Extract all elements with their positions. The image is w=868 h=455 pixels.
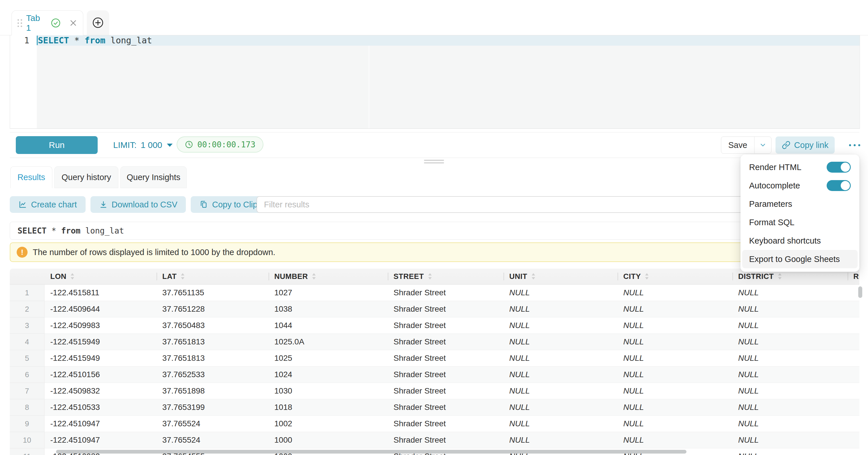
sort-icon[interactable] xyxy=(778,273,782,280)
table-row: 7-122.450983237.76518981030Shrader Stree… xyxy=(10,383,859,399)
table-header-lon[interactable]: LON xyxy=(44,269,157,284)
sort-icon[interactable] xyxy=(181,273,185,280)
download-csv-label: Download to CSV xyxy=(112,200,178,209)
sort-icon[interactable] xyxy=(531,273,535,280)
table-cell: Shrader Street xyxy=(388,301,503,317)
table-cell: NULL xyxy=(503,383,618,399)
line-number: 1 xyxy=(10,35,37,46)
sort-icon[interactable] xyxy=(645,273,649,280)
sql-editor[interactable]: 1 SELECT * from long_lat xyxy=(10,35,860,129)
column-divider xyxy=(503,273,504,280)
create-chart-button[interactable]: Create chart xyxy=(10,196,86,213)
more-options-button[interactable] xyxy=(842,136,867,154)
table-header-street[interactable]: STREET xyxy=(388,269,503,284)
vertical-scrollbar-thumb[interactable] xyxy=(858,286,862,298)
menu-item-parameters[interactable]: Parameters xyxy=(741,195,859,213)
tab-tab1[interactable]: Tab 1 xyxy=(11,10,83,35)
results-tab-results[interactable]: Results xyxy=(10,166,52,188)
table-row: 9-122.451094737.7655241002Shrader Street… xyxy=(10,416,859,432)
column-divider xyxy=(269,273,269,280)
pane-splitter-handle[interactable] xyxy=(424,160,444,165)
close-tab-icon[interactable] xyxy=(69,19,77,27)
save-options-button[interactable] xyxy=(754,137,771,153)
column-divider xyxy=(847,273,848,280)
limit-dropdown[interactable]: LIMIT: 1 000 xyxy=(113,132,173,158)
table-row: 3-122.450998337.76504831044Shrader Stree… xyxy=(10,317,859,334)
table-header-unit[interactable]: UNIT xyxy=(503,269,618,284)
executed-query-preview: SELECT * from long_lat xyxy=(10,222,859,240)
table-cell xyxy=(847,383,859,399)
table-cell: Shrader Street xyxy=(388,334,503,350)
sql-code-line: SELECT * from long_lat xyxy=(37,35,152,46)
sort-icon[interactable] xyxy=(70,273,74,280)
table-cell xyxy=(847,367,859,383)
table-header-city[interactable]: CITY xyxy=(618,269,733,284)
caret-down-icon xyxy=(166,143,173,147)
sort-icon[interactable] xyxy=(428,273,432,280)
table-cell: NULL xyxy=(618,317,733,334)
table-cell: Shrader Street xyxy=(388,285,503,301)
copy-link-button[interactable]: Copy link xyxy=(776,136,835,154)
table-cell: Shrader Street xyxy=(388,350,503,367)
table-cell: NULL xyxy=(733,432,847,448)
table-cell: NULL xyxy=(733,301,847,317)
results-tab-query-insights[interactable]: Query Insights xyxy=(120,166,187,188)
table-cell: NULL xyxy=(618,399,733,416)
table-cell: Shrader Street xyxy=(388,317,503,334)
table-cell: 37.7651898 xyxy=(157,383,269,399)
link-icon xyxy=(782,141,790,149)
plus-circle-icon xyxy=(92,17,104,29)
table-cell xyxy=(847,432,859,448)
table-cell: 37.765524 xyxy=(157,416,269,432)
row-number: 11 xyxy=(10,448,44,455)
run-button[interactable]: Run xyxy=(16,136,98,154)
sort-icon[interactable] xyxy=(312,273,316,280)
table-cell: Shrader Street xyxy=(388,416,503,432)
table-cell: NULL xyxy=(733,416,847,432)
row-number: 10 xyxy=(10,432,44,448)
row-number: 2 xyxy=(10,301,44,317)
table-row: 2-122.450964437.76512281038Shrader Stree… xyxy=(10,301,859,317)
horizontal-scrollbar-thumb[interactable] xyxy=(56,450,686,454)
sql-keyword: SELECT xyxy=(18,226,46,236)
toggle-switch-on[interactable] xyxy=(827,162,851,173)
create-chart-label: Create chart xyxy=(31,200,77,209)
elapsed-timer: 00:00:00.173 xyxy=(177,136,264,153)
table-row: 10-122.451094737.7655241000Shrader Stree… xyxy=(10,432,859,448)
sql-text: long_lat xyxy=(105,35,152,46)
menu-item-render-html[interactable]: Render HTML xyxy=(741,158,859,176)
toggle-switch-on[interactable] xyxy=(827,180,851,191)
row-number: 8 xyxy=(10,399,44,416)
table-cell: 37.7650483 xyxy=(157,317,269,334)
menu-item-format-sql[interactable]: Format SQL xyxy=(741,213,859,232)
query-toolbar: Run LIMIT: 1 000 00:00:00.173 Save Copy … xyxy=(10,132,859,158)
add-tab-button[interactable] xyxy=(87,10,109,35)
table-header-lat[interactable]: LAT xyxy=(157,269,269,284)
table-cell: NULL xyxy=(503,350,618,367)
table-body: 1-122.451581137.76511351027Shrader Stree… xyxy=(10,285,859,455)
table-header-number[interactable]: NUMBER xyxy=(269,269,388,284)
drag-handle-icon[interactable] xyxy=(18,19,22,27)
menu-item-autocomplete[interactable]: Autocomplete xyxy=(741,176,859,195)
table-cell: NULL xyxy=(618,416,733,432)
table-cell: -122.4510156 xyxy=(44,367,157,383)
table-cell: 1002 xyxy=(269,416,388,432)
menu-item-keyboard-shortcuts[interactable]: Keyboard shortcuts xyxy=(741,232,859,250)
table-cell: NULL xyxy=(733,399,847,416)
column-label: STREET xyxy=(394,272,424,281)
table-cell: NULL xyxy=(503,317,618,334)
table-cell: NULL xyxy=(503,416,618,432)
table-cell xyxy=(847,448,859,455)
download-csv-button[interactable]: Download to CSV xyxy=(91,196,186,213)
table-cell: Shrader Street xyxy=(388,399,503,416)
limit-label: LIMIT: xyxy=(113,140,137,150)
menu-item-export-to-google-sheets[interactable]: Export to Google Sheets xyxy=(742,250,858,268)
table-cell: 1030 xyxy=(269,383,388,399)
results-tab-bar: ResultsQuery historyQuery Insights xyxy=(10,166,187,188)
table-cell: NULL xyxy=(618,367,733,383)
column-divider xyxy=(157,273,157,280)
results-tab-query-history[interactable]: Query history xyxy=(54,166,118,188)
save-button[interactable]: Save xyxy=(721,137,754,153)
column-divider xyxy=(733,273,733,280)
sql-text: * xyxy=(69,35,85,46)
